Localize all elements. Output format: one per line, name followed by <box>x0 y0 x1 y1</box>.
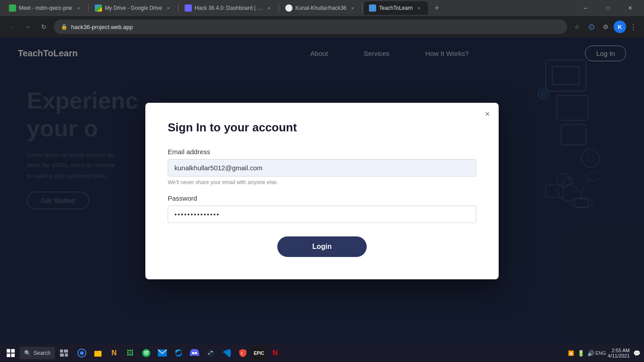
tab-teachtolearn-label: TeachToLearn <box>379 5 412 11</box>
tab-hack36[interactable]: Hack 36 4.0: Dashboard | Devfolio × <box>179 1 278 15</box>
address-bar: ← → ↻ 🔒 hack36-project.web.app ☆ ⊙ ⚙ K ⋮ <box>0 16 644 38</box>
maximize-button[interactable]: □ <box>597 0 618 16</box>
window-controls: ─ □ ✕ <box>575 0 640 16</box>
tab-meet-close[interactable]: × <box>75 4 82 12</box>
systray: 🔼 🔋 🔊 ENG <box>568 349 604 357</box>
taskbar-epic-icon[interactable]: EPIC <box>252 346 266 360</box>
svg-rect-23 <box>65 354 68 357</box>
taskbar-notepad-icon[interactable]: N <box>107 346 121 360</box>
systray-battery-icon[interactable]: 🔋 <box>577 349 585 357</box>
systray-volume-icon[interactable]: 🔊 <box>587 349 594 357</box>
browser-chrome: Meet - mdm-qwcc-pne × My Drive - Google … <box>0 0 644 38</box>
password-input[interactable] <box>168 206 476 223</box>
taskbar-date-display: 4/11/2021 <box>608 353 630 358</box>
profile-circle-icon[interactable]: ⊙ <box>585 21 597 33</box>
email-form-group: Email address We'll never share your ema… <box>168 148 476 185</box>
tab-teachtolearn-close[interactable]: × <box>415 4 423 12</box>
sign-in-modal: × Sign In to your account Email address … <box>145 103 499 279</box>
taskbar-chrome-icon[interactable] <box>75 346 89 360</box>
svg-rect-27 <box>94 351 97 353</box>
taskbar-security-icon[interactable]: ! <box>236 346 250 360</box>
taskbar-spotify-icon[interactable] <box>139 346 153 360</box>
taskbar-clock[interactable]: 2:55 AM 4/11/2021 <box>608 348 630 358</box>
tab-divider-1 <box>88 4 89 13</box>
tab-divider-3 <box>279 4 279 13</box>
modal-overlay[interactable]: × Sign In to your account Email address … <box>0 38 644 344</box>
svg-rect-19 <box>11 354 15 357</box>
svg-rect-17 <box>11 349 15 353</box>
tab-hack36-close[interactable]: × <box>265 4 272 12</box>
svg-point-30 <box>192 352 195 354</box>
website-content: TeachToLearn About Services How It Works… <box>0 38 644 344</box>
search-icon: 🔍 <box>24 350 31 356</box>
taskbar-time-display: 2:55 AM <box>608 348 630 353</box>
taskbar-vscode-icon[interactable] <box>220 346 234 360</box>
github-favicon <box>285 4 292 12</box>
url-bar[interactable]: 🔒 hack36-project.web.app <box>54 20 567 34</box>
toolbar-icons: ☆ ⊙ ⚙ K ⋮ <box>571 21 639 33</box>
taskbar-netflix-icon[interactable]: N <box>268 346 282 360</box>
svg-rect-18 <box>7 354 10 357</box>
modal-title: Sign In to your account <box>168 121 476 135</box>
tab-drive-label: My Drive - Google Drive <box>105 5 162 11</box>
notification-icon[interactable]: 💬 <box>633 349 640 357</box>
svg-point-25 <box>80 351 84 355</box>
svg-rect-21 <box>64 349 68 353</box>
password-form-group: Password <box>168 194 476 223</box>
email-hint: We'll never share your email with anyone… <box>168 179 476 185</box>
teachtolearn-favicon <box>369 4 376 12</box>
taskbar-mail-icon[interactable] <box>155 346 169 360</box>
bookmark-icon[interactable]: ☆ <box>571 21 583 33</box>
lock-icon: 🔒 <box>61 24 68 30</box>
back-button[interactable]: ← <box>5 21 18 33</box>
tab-meet-label: Meet - mdm-qwcc-pne <box>19 5 72 11</box>
tab-drive[interactable]: My Drive - Google Drive × <box>89 1 177 15</box>
taskbar-discord-icon[interactable] <box>187 346 202 360</box>
browser-menu-icon[interactable]: ⋮ <box>628 21 639 33</box>
taskbar-explorer-icon[interactable] <box>91 346 105 360</box>
url-text: hack36-project.web.app <box>71 24 560 30</box>
profile-avatar[interactable]: K <box>614 21 626 33</box>
modal-close-button[interactable]: × <box>485 110 490 118</box>
taskbar-edge-icon[interactable] <box>171 346 186 360</box>
taskbar-steam-icon[interactable] <box>203 346 218 360</box>
systray-lang-icon[interactable]: ENG <box>597 349 604 357</box>
tab-github-label: Kunal-Khullar/hack36 <box>295 5 346 11</box>
task-view-icon[interactable] <box>57 346 71 360</box>
email-input[interactable] <box>168 159 476 177</box>
tab-bar: Meet - mdm-qwcc-pne × My Drive - Google … <box>0 0 644 16</box>
svg-point-31 <box>195 352 197 354</box>
start-button[interactable] <box>4 346 18 360</box>
taskbar-photos-icon[interactable]: 🖼 <box>123 346 137 360</box>
taskbar: 🔍 Search N 🖼 <box>0 344 644 362</box>
drive-favicon <box>95 4 102 12</box>
svg-point-32 <box>207 349 215 357</box>
taskbar-right: 🔼 🔋 🔊 ENG 2:55 AM 4/11/2021 💬 <box>568 348 640 358</box>
tab-github[interactable]: Kunal-Khullar/hack36 × <box>280 1 361 15</box>
meet-favicon <box>9 4 16 12</box>
extension-icon[interactable]: ⚙ <box>599 21 612 33</box>
tab-drive-close[interactable]: × <box>165 4 172 12</box>
tab-hack36-label: Hack 36 4.0: Dashboard | Devfolio <box>195 5 263 11</box>
tab-meet[interactable]: Meet - mdm-qwcc-pne × <box>4 1 87 15</box>
taskbar-pinned-apps: N 🖼 ! EPIC N <box>75 346 282 360</box>
minimize-button[interactable]: ─ <box>575 0 596 16</box>
tab-github-close[interactable]: × <box>349 4 356 12</box>
svg-rect-16 <box>7 349 10 353</box>
close-button[interactable]: ✕ <box>620 0 640 16</box>
refresh-button[interactable]: ↻ <box>38 21 50 33</box>
svg-rect-20 <box>60 349 63 353</box>
forward-button[interactable]: → <box>21 21 34 33</box>
new-tab-button[interactable]: + <box>431 2 443 14</box>
tab-teachtolearn[interactable]: TeachToLearn × <box>364 1 428 15</box>
taskbar-search-text: Search <box>34 350 51 356</box>
login-submit-button[interactable]: Login <box>277 236 367 257</box>
tab-divider-2 <box>178 4 178 13</box>
password-label: Password <box>168 194 476 202</box>
systray-network-icon[interactable]: 🔼 <box>568 349 575 357</box>
email-label: Email address <box>168 148 476 156</box>
hack36-favicon <box>185 4 192 12</box>
tab-divider-4 <box>362 4 363 13</box>
svg-rect-22 <box>60 354 64 357</box>
taskbar-search[interactable]: 🔍 Search <box>20 347 55 359</box>
